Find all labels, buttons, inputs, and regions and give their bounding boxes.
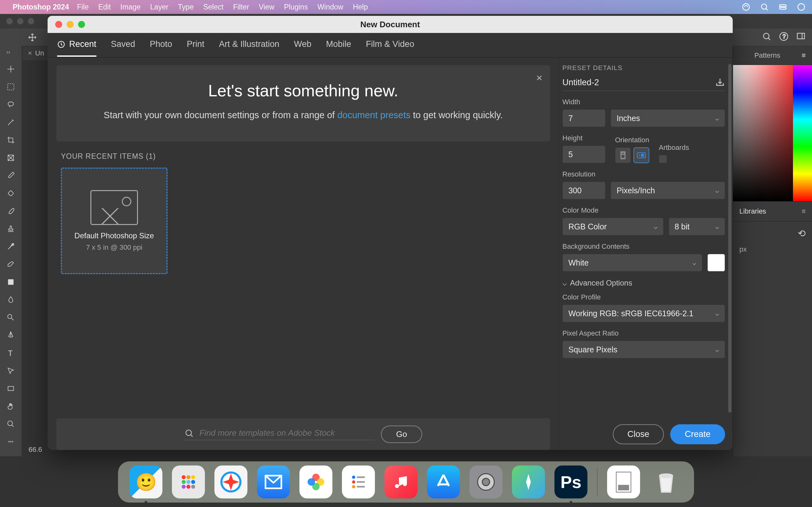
dodge-tool[interactable]: [5, 312, 16, 323]
tab-recent[interactable]: Recent: [57, 39, 96, 57]
menu-image[interactable]: Image: [120, 3, 141, 11]
search-icon[interactable]: [762, 32, 771, 41]
tab-print[interactable]: Print: [187, 39, 205, 51]
menu-view[interactable]: View: [259, 3, 274, 11]
dock-appstore[interactable]: [427, 465, 460, 498]
gradient-tool[interactable]: [5, 276, 16, 288]
menu-type[interactable]: Type: [178, 3, 194, 11]
zoom-tool[interactable]: [5, 418, 16, 430]
dock-music[interactable]: [385, 465, 417, 498]
more-tools-icon[interactable]: •••: [5, 436, 16, 447]
height-input[interactable]: 5: [562, 146, 606, 163]
document-tab[interactable]: × Un: [23, 46, 49, 60]
save-preset-icon[interactable]: [715, 77, 725, 88]
orientation-landscape[interactable]: [633, 147, 649, 163]
bg-traffic-close[interactable]: [6, 18, 13, 24]
tab-mobile[interactable]: Mobile: [326, 39, 351, 51]
tab-saved[interactable]: Saved: [111, 39, 136, 51]
dock-document[interactable]: [607, 465, 640, 498]
menu-file[interactable]: File: [77, 3, 89, 11]
panel-tab-patterns[interactable]: Patterns: [754, 51, 780, 60]
menu-filter[interactable]: Filter: [233, 3, 249, 11]
modal-max-traffic[interactable]: [78, 21, 85, 28]
bg-swatch[interactable]: [707, 254, 725, 272]
brush-tool[interactable]: [5, 205, 16, 217]
eraser-tool[interactable]: [5, 259, 16, 270]
bg-contents-select[interactable]: White⌵: [562, 254, 702, 272]
resolution-unit-select[interactable]: Pixels/Inch⌵: [611, 181, 725, 199]
hue-strip[interactable]: [793, 65, 812, 201]
control-center-icon[interactable]: [778, 3, 787, 11]
tab-web[interactable]: Web: [294, 39, 311, 51]
recent-preset-card[interactable]: Default Photoshop Size 7 x 5 in @ 300 pp…: [61, 168, 167, 274]
revert-icon[interactable]: ⟲: [798, 228, 806, 239]
type-tool[interactable]: T: [5, 347, 16, 359]
close-tab-icon[interactable]: ×: [28, 49, 32, 57]
siri-icon[interactable]: [797, 3, 806, 11]
panel-tab-libraries[interactable]: Libraries: [740, 207, 766, 216]
move-tool-icon[interactable]: [28, 33, 37, 42]
orientation-portrait[interactable]: [615, 147, 631, 163]
help-icon[interactable]: ?: [779, 32, 789, 41]
dock-mail[interactable]: [257, 465, 290, 498]
create-button[interactable]: Create: [670, 424, 725, 444]
menu-edit[interactable]: Edit: [98, 3, 111, 11]
healing-tool[interactable]: [5, 187, 16, 199]
stamp-tool[interactable]: [5, 223, 16, 234]
hand-tool[interactable]: [5, 400, 16, 412]
color-mode-select[interactable]: RGB Color⌵: [562, 218, 664, 235]
magic-wand-tool[interactable]: [5, 117, 16, 128]
tab-photo[interactable]: Photo: [150, 39, 172, 51]
blur-tool[interactable]: [5, 294, 16, 305]
scrollbar[interactable]: [728, 64, 731, 412]
artboards-checkbox[interactable]: [659, 155, 667, 163]
preset-name-input[interactable]: [562, 78, 710, 88]
modal-min-traffic[interactable]: [67, 21, 73, 28]
app-name[interactable]: Photoshop 2024: [13, 3, 69, 11]
dock-photos[interactable]: [299, 465, 333, 498]
advanced-options-toggle[interactable]: ⌵ Advanced Options: [562, 279, 725, 287]
path-selection-tool[interactable]: [5, 365, 16, 377]
eyedropper-tool[interactable]: [5, 170, 16, 181]
stock-search-input[interactable]: [200, 428, 374, 438]
cc-icon[interactable]: [742, 3, 751, 11]
width-unit-select[interactable]: Inches⌵: [611, 109, 725, 127]
bit-depth-select[interactable]: 8 bit⌵: [669, 218, 725, 235]
spotlight-icon[interactable]: [760, 3, 769, 11]
bg-traffic-max[interactable]: [28, 18, 34, 24]
lasso-tool[interactable]: [5, 99, 16, 110]
menu-window[interactable]: Window: [317, 3, 344, 11]
color-profile-select[interactable]: Working RGB: sRGB IEC61966-2.1⌵: [562, 304, 725, 322]
dock-launchpad[interactable]: [172, 465, 205, 498]
par-select[interactable]: Square Pixels⌵: [562, 341, 725, 358]
frame-tool[interactable]: [5, 152, 16, 164]
menu-layer[interactable]: Layer: [150, 3, 168, 11]
width-input[interactable]: 7: [562, 109, 606, 127]
libraries-menu-icon[interactable]: ≡: [802, 207, 806, 216]
rectangle-tool[interactable]: [5, 383, 16, 394]
menu-plugins[interactable]: Plugins: [284, 3, 308, 11]
resolution-input[interactable]: 300: [562, 181, 606, 199]
tab-film[interactable]: Film & Video: [366, 39, 414, 51]
dock-photoshop[interactable]: Ps: [554, 465, 588, 498]
bg-traffic-min[interactable]: [17, 18, 23, 24]
pen-tool[interactable]: [5, 330, 16, 341]
go-button[interactable]: Go: [381, 426, 422, 443]
crop-tool[interactable]: [5, 134, 16, 146]
tool-expand-icon[interactable]: ››: [6, 49, 10, 55]
move-tool[interactable]: [5, 63, 16, 75]
menu-help[interactable]: Help: [353, 3, 368, 11]
dock-settings[interactable]: [469, 465, 502, 498]
dock-safari[interactable]: [214, 465, 247, 498]
history-brush-tool[interactable]: [5, 241, 16, 252]
menu-select[interactable]: Select: [203, 3, 223, 11]
modal-close-traffic[interactable]: [55, 21, 62, 28]
dock-reminders[interactable]: [342, 465, 375, 498]
document-presets-link[interactable]: document presets: [337, 110, 410, 120]
marquee-tool[interactable]: [5, 81, 16, 93]
dock-trash[interactable]: [650, 465, 682, 498]
panel-menu-icon[interactable]: ≡: [802, 51, 806, 60]
tab-art[interactable]: Art & Illustration: [219, 39, 280, 51]
close-icon[interactable]: ×: [536, 72, 542, 84]
dock-maps[interactable]: [512, 465, 545, 498]
